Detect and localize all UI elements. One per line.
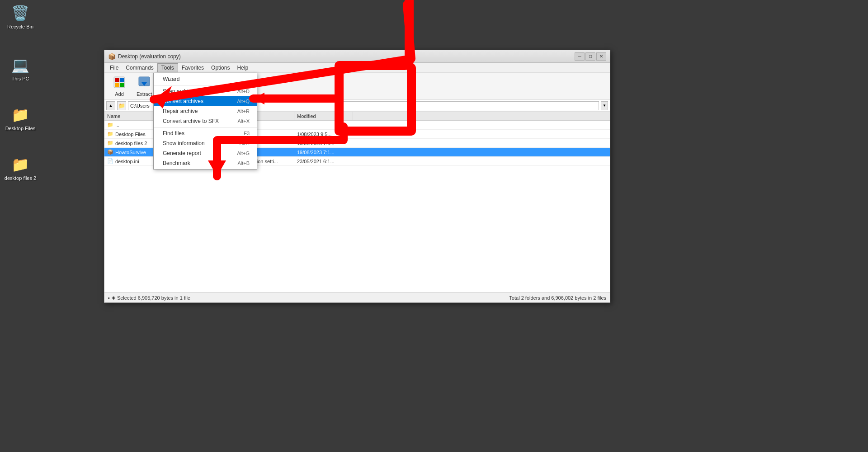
tools-show-information-label: Show information	[163, 140, 205, 146]
folder-icon-address: 📁	[117, 101, 126, 110]
column-header-modified: Modified	[294, 112, 353, 120]
tools-scan-archive-shortcut: Alt+D	[237, 89, 250, 94]
tools-scan-archive-label: Scan archive for viruses	[163, 88, 221, 94]
tools-find-files-item[interactable]: Find files F3	[154, 128, 257, 138]
desktop-files2-desktop-icon[interactable]: 📁 desktop files 2	[2, 154, 38, 183]
winrar-window: 📦 Desktop (evaluation copy) ─ □ ✕ File C…	[104, 50, 610, 303]
tools-generate-report-label: Generate report	[163, 150, 201, 156]
tools-convert-archives-item[interactable]: Convert archives Alt+Q	[154, 96, 257, 106]
tools-repair-archive-item[interactable]: Repair archive Alt+R	[154, 106, 257, 116]
tools-scan-archive-item[interactable]: Scan archive for viruses Alt+D	[154, 86, 257, 96]
desktop-files-icon: 📁	[11, 106, 29, 124]
menu-favorites[interactable]: Favorites	[178, 63, 208, 72]
tools-convert-sfx-shortcut: Alt+X	[237, 118, 250, 124]
window-title: Desktop (evaluation copy)	[118, 53, 181, 60]
svg-rect-4	[120, 83, 124, 87]
menu-commands[interactable]: Commands	[122, 63, 157, 72]
folder-icon: 📁	[107, 131, 113, 137]
menu-bar: File Commands Tools Favorites Options He…	[104, 63, 610, 73]
status-icon-1: ▪	[108, 295, 110, 301]
tools-convert-sfx-label: Convert archive to SFX	[163, 118, 219, 124]
tools-convert-archives-shortcut: Alt+Q	[237, 99, 250, 104]
address-nav: ▲	[106, 101, 115, 110]
this-pc-icon: 💻	[11, 56, 29, 74]
file-modified-cell: 19/08/2023 7:1...	[294, 150, 353, 155]
extract-button[interactable]: Extract	[132, 75, 156, 98]
menu-help[interactable]: Help	[233, 63, 252, 72]
desktop-files2-icon: 📁	[11, 155, 29, 174]
add-icon	[113, 76, 126, 90]
desktop-files2-label: desktop files 2	[5, 175, 36, 181]
svg-rect-3	[115, 83, 119, 87]
add-label: Add	[115, 91, 124, 97]
tools-repair-archive-shortcut: Alt+R	[237, 108, 250, 114]
tools-wizard-label: Wizard	[163, 76, 179, 82]
tools-find-files-label: Find files	[163, 130, 184, 137]
archive-icon: 📦	[107, 149, 113, 155]
svg-rect-2	[120, 78, 124, 82]
dropdown-separator-2	[154, 127, 257, 127]
this-pc-desktop-icon[interactable]: 💻 This PC	[2, 54, 38, 84]
extract-icon	[138, 76, 151, 90]
close-button[interactable]: ✕	[596, 52, 606, 61]
folder-up-icon: 📁	[107, 122, 113, 128]
add-button[interactable]: Add	[108, 75, 131, 98]
nav-up-button[interactable]: ▲	[106, 101, 115, 110]
recycle-bin-desktop-icon[interactable]: 🗑️ Recycle Bin	[2, 2, 38, 32]
file-modified-cell: 19/08/2023 7:0...	[294, 141, 353, 146]
tools-benchmark-shortcut: Alt+B	[237, 160, 250, 166]
tools-repair-archive-label: Repair archive	[163, 108, 198, 114]
dropdown-separator-1	[154, 85, 257, 85]
recycle-bin-label: Recycle Bin	[7, 24, 33, 30]
tools-convert-archives-label: Convert archives	[163, 98, 203, 104]
tools-show-information-item[interactable]: Show information Alt+I	[154, 138, 257, 148]
tools-find-files-shortcut: F3	[244, 131, 250, 136]
tools-dropdown-menu: Wizard Scan archive for viruses Alt+D Co…	[153, 73, 257, 170]
tools-generate-report-item[interactable]: Generate report Alt+G	[154, 148, 257, 158]
tools-benchmark-item[interactable]: Benchmark Alt+B	[154, 158, 257, 168]
tools-show-information-shortcut: Alt+I	[240, 141, 250, 146]
file-icon: 📄	[107, 158, 113, 164]
file-modified-cell: 1/08/2023 9:5...	[294, 132, 353, 137]
recycle-bin-icon: 🗑️	[11, 4, 29, 22]
desktop-files-label: Desktop Files	[5, 126, 36, 132]
tools-generate-report-shortcut: Alt+G	[237, 151, 250, 156]
this-pc-label: This PC	[11, 76, 29, 82]
menu-options[interactable]: Options	[208, 63, 233, 72]
address-dropdown-button[interactable]: ▼	[601, 101, 608, 110]
svg-rect-1	[115, 78, 119, 82]
tools-benchmark-label: Benchmark	[163, 160, 190, 166]
minimize-button[interactable]: ─	[575, 52, 585, 61]
status-icon-2: ◈	[112, 295, 115, 301]
menu-tools[interactable]: Tools	[157, 63, 178, 72]
tools-convert-sfx-item[interactable]: Convert archive to SFX Alt+X	[154, 116, 257, 126]
file-modified-cell: 23/05/2021 6:1...	[294, 159, 353, 164]
tools-wizard-item[interactable]: Wizard	[154, 74, 257, 84]
status-bar: ▪ ◈ Selected 6,905,720 bytes in 1 file T…	[104, 292, 610, 302]
title-bar: 📦 Desktop (evaluation copy) ─ □ ✕	[104, 50, 610, 63]
desktop-files-desktop-icon[interactable]: 📁 Desktop Files	[2, 104, 38, 133]
status-icons: ▪ ◈ Selected 6,905,720 bytes in 1 file	[108, 295, 190, 301]
window-controls: ─ □ ✕	[575, 52, 606, 61]
status-left: Selected 6,905,720 bytes in 1 file	[117, 295, 190, 301]
menu-file[interactable]: File	[106, 63, 122, 72]
status-right: Total 2 folders and 6,906,002 bytes in 2…	[509, 295, 606, 301]
app-icon: 📦	[108, 53, 115, 60]
folder-icon: 📁	[107, 140, 113, 146]
maximize-button[interactable]: □	[585, 52, 595, 61]
extract-label: Extract	[137, 91, 152, 97]
